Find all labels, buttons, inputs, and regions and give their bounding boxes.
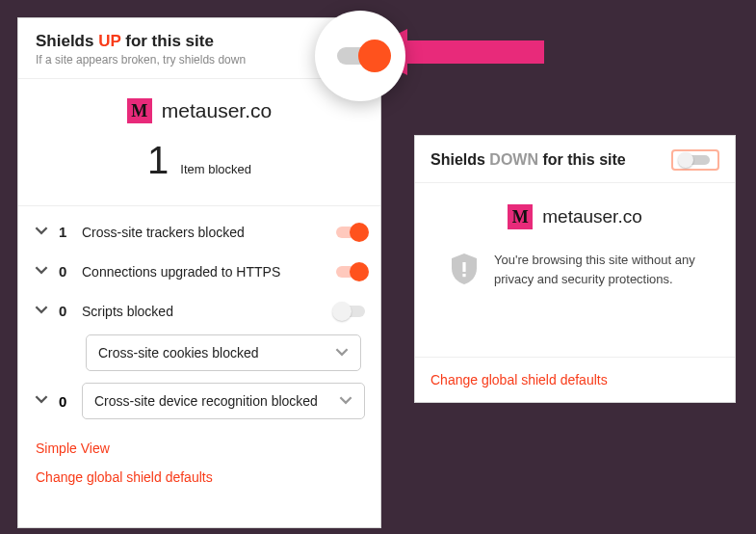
https-toggle[interactable] [336, 266, 365, 278]
shields-down-warning-text: You're browsing this site without any pr… [494, 251, 712, 288]
chevron-down-icon [34, 263, 49, 280]
row-count: 0 [59, 303, 72, 319]
chevron-down-icon [339, 393, 352, 410]
row-count: 0 [59, 393, 72, 410]
global-defaults-link[interactable]: Change global shield defaults [430, 372, 608, 387]
svg-rect-1 [462, 262, 465, 272]
row-scripts[interactable]: 0 Scripts blocked [34, 291, 365, 331]
global-defaults-link[interactable]: Change global shield defaults [36, 469, 363, 485]
shields-down-header: Shields DOWN for this site [415, 136, 735, 183]
scripts-toggle[interactable] [336, 306, 365, 317]
row-device-recognition: 0 Cross-site device recognition blocked [34, 379, 365, 427]
title-accent: DOWN [489, 151, 538, 168]
row-count: 1 [59, 224, 72, 240]
shields-up-header: Shields UP for this site If a site appea… [18, 18, 380, 79]
shield-warning-icon [450, 253, 479, 289]
main-toggle-highlight [315, 11, 405, 101]
shields-down-warning: You're browsing this site without any pr… [415, 235, 735, 299]
shields-down-toggle-highlight [671, 149, 719, 171]
shields-main-toggle[interactable] [337, 47, 383, 65]
chevron-down-icon [34, 303, 49, 319]
blocked-count: 1 [147, 139, 169, 182]
cookies-select-value: Cross-site cookies blocked [98, 345, 259, 360]
chevron-down-icon [34, 392, 49, 410]
row-trackers[interactable]: 1 Cross-site trackers blocked [34, 212, 365, 252]
shields-up-footer: Simple View Change global shield default… [18, 427, 380, 498]
simple-view-link[interactable]: Simple View [36, 441, 363, 456]
title-accent: UP [98, 32, 120, 50]
cookies-select[interactable]: Cross-site cookies blocked [86, 334, 361, 371]
row-label: Connections upgraded to HTTPS [82, 264, 326, 280]
chevron-down-icon [34, 224, 49, 240]
shields-up-title: Shields UP for this site [36, 32, 363, 51]
site-summary-box: M metauser.co 1 Item blocked [18, 79, 380, 206]
shields-down-toggle[interactable] [681, 155, 710, 165]
blocked-summary: 1 Item blocked [36, 139, 363, 182]
blocked-count-label: Item blocked [180, 162, 251, 176]
site-line: M metauser.co [127, 98, 272, 123]
svg-rect-2 [462, 274, 465, 277]
row-label: Scripts blocked [82, 304, 326, 319]
shields-detail-rows: 1 Cross-site trackers blocked 0 Connecti… [18, 206, 380, 427]
down-site-box: M metauser.co [415, 183, 735, 235]
shields-up-subtitle: If a site appears broken, try shields do… [36, 53, 363, 67]
site-favicon: M [127, 98, 152, 123]
shields-down-footer: Change global shield defaults [415, 357, 735, 402]
title-prefix: Shields [430, 151, 489, 168]
shields-down-title: Shields DOWN for this site [430, 151, 626, 169]
site-hostname: metauser.co [542, 206, 642, 227]
chevron-down-icon [335, 345, 349, 361]
trackers-toggle[interactable] [336, 227, 365, 238]
shields-main-toggle-knob [358, 40, 391, 72]
device-select-value: Cross-site device recognition blocked [94, 393, 318, 409]
device-recognition-select[interactable]: Cross-site device recognition blocked [82, 383, 365, 419]
shields-up-panel: Shields UP for this site If a site appea… [17, 17, 381, 528]
title-suffix: for this site [121, 32, 214, 50]
title-prefix: Shields [36, 32, 98, 50]
row-label: Cross-site trackers blocked [82, 225, 326, 240]
site-favicon: M [508, 204, 533, 229]
row-https[interactable]: 0 Connections upgraded to HTTPS [34, 252, 365, 291]
shields-down-panel: Shields DOWN for this site M metauser.co… [414, 135, 736, 403]
site-hostname: metauser.co [162, 99, 272, 122]
site-line: M metauser.co [508, 204, 642, 229]
title-suffix: for this site [538, 151, 626, 168]
row-count: 0 [59, 263, 72, 280]
